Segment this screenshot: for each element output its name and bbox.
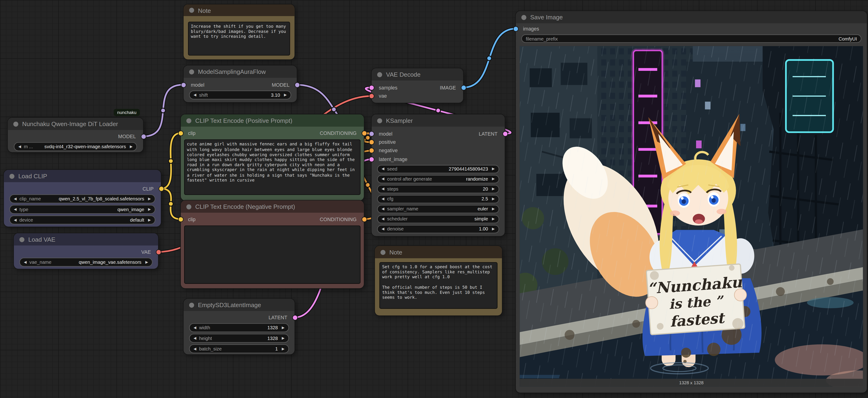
input-slot-negative[interactable] [369,148,374,153]
increment-arrow-icon[interactable]: ▶ [148,197,151,201]
decrement-arrow-icon[interactable]: ◀ [194,93,196,97]
increment-arrow-icon[interactable]: ▶ [492,217,495,221]
output-slot-image[interactable] [461,85,466,90]
widget-seed[interactable]: ◀ seed 279044145809423 ▶ [377,165,499,173]
note-textarea[interactable]: Increase the shift if you get too many b… [188,22,290,55]
note-top-header[interactable]: Note [184,4,294,16]
decrement-arrow-icon[interactable]: ◀ [382,197,384,201]
decrement-arrow-icon[interactable]: ◀ [194,337,196,340]
node-load-clip[interactable]: Load CLIP CLIP ◀ clip_name qwen_2.5_vl_7… [4,170,161,227]
output-slot-latent[interactable] [292,315,298,320]
node-nunchaku-qwen-image-dit-loader[interactable]: nunchaku Nunchaku Qwen-Image DiT Loader … [8,118,143,152]
widget-filename-prefix[interactable]: filename_prefix ComfyUI [521,34,861,43]
decrement-arrow-icon[interactable]: ◀ [382,207,384,211]
widget-type[interactable]: ◀ type qwen_image ▶ [9,205,155,214]
collapse-dot[interactable] [189,8,194,12]
nunchaku-loader-header[interactable]: Nunchaku Qwen-Image DiT Loader [8,118,143,130]
collapse-dot[interactable] [13,121,18,126]
decrement-arrow-icon[interactable]: ◀ [24,260,27,264]
increment-arrow-icon[interactable]: ▶ [492,197,495,201]
input-slot-positive[interactable] [369,139,374,145]
increment-arrow-icon[interactable]: ▶ [282,347,285,351]
node-clip-text-encode-positive[interactable]: CLIP Text Encode (Positive Prompt) clip … [181,114,364,200]
increment-arrow-icon[interactable]: ▶ [148,208,151,211]
widget-clip-name[interactable]: ◀ clip_name qwen_2.5_vl_7b_fp8_scaled.sa… [9,195,155,203]
vae-decode-header[interactable]: VAE Decode [372,68,463,80]
output-slot-model[interactable] [294,82,300,88]
widget-steps[interactable]: ◀ steps 20 ▶ [377,185,499,193]
increment-arrow-icon[interactable]: ▶ [145,260,148,264]
collapse-dot[interactable] [380,250,385,254]
collapse-dot[interactable] [377,118,382,123]
node-load-vae[interactable]: Load VAE VAE ◀ vae_name qwen_image_vae.s… [14,233,158,269]
decrement-arrow-icon[interactable]: ◀ [14,197,17,201]
empty-latent-header[interactable]: EmptySD3LatentImage [184,299,294,311]
input-slot-model[interactable] [181,82,186,88]
node-model-sampling-auraflow[interactable]: ModelSamplingAuraFlow model MODEL ◀ shif… [184,65,297,102]
node-note-bottom[interactable]: Note Set cfg to 1.0 for a speed boost at… [375,246,502,315]
load-clip-header[interactable]: Load CLIP [4,170,161,182]
negative-prompt-header[interactable]: CLIP Text Encode (Negative Prompt) [181,200,364,212]
note-bottom-header[interactable]: Note [375,246,502,258]
decrement-arrow-icon[interactable]: ◀ [194,347,196,351]
decrement-arrow-icon[interactable]: ◀ [14,208,17,211]
increment-arrow-icon[interactable]: ▶ [492,207,495,211]
save-image-header[interactable]: Save Image [516,11,867,23]
output-slot-clip[interactable] [158,186,164,192]
output-slot-vae[interactable] [156,249,161,255]
output-slot-latent[interactable] [502,131,508,137]
widget-denoise[interactable]: ◀ denoise 1.00 ▶ [377,225,499,233]
increment-arrow-icon[interactable]: ▶ [492,177,495,181]
increment-arrow-icon[interactable]: ▶ [282,337,285,340]
input-slot-clip[interactable] [178,217,183,222]
model-sampling-header[interactable]: ModelSamplingAuraFlow [184,65,297,78]
input-slot-images[interactable] [513,26,518,31]
node-empty-sd3-latent-image[interactable]: EmptySD3LatentImage LATENT ◀ width 1328 … [184,299,294,354]
node-vae-decode[interactable]: VAE Decode samples IMAGE vae [372,68,463,103]
decrement-arrow-icon[interactable]: ◀ [382,217,384,221]
increment-arrow-icon[interactable]: ▶ [282,326,285,330]
widget-width[interactable]: ◀ width 1328 ▶ [189,323,289,332]
increment-arrow-icon[interactable]: ▶ [492,167,495,171]
negative-prompt-textarea[interactable] [184,226,361,284]
widget-shift[interactable]: ◀ shift 3.10 ▶ [189,91,291,100]
widget-scheduler[interactable]: ◀ scheduler simple ▶ [377,215,499,224]
node-graph-canvas[interactable]: Note Increase the shift if you get too m… [0,0,868,398]
positive-prompt-textarea[interactable]: cute anime girl with massive fennec ears… [184,140,361,195]
decrement-arrow-icon[interactable]: ◀ [194,326,196,330]
collapse-dot[interactable] [9,174,14,178]
decrement-arrow-icon[interactable]: ◀ [14,218,17,222]
increment-arrow-icon[interactable]: ▶ [492,187,495,191]
widget-model-path[interactable]: ◀ m ... svdq-int4_r32-qwen-image.safeten… [14,142,137,151]
widget-device[interactable]: ◀ device default ▶ [9,216,155,224]
input-slot-latent-image[interactable] [369,157,374,162]
decrement-arrow-icon[interactable]: ◀ [19,145,21,148]
increment-arrow-icon[interactable]: ▶ [284,93,287,97]
node-ksampler[interactable]: KSampler model LATENT positive negative … [372,114,505,236]
collapse-dot[interactable] [189,69,194,74]
input-slot-vae[interactable] [369,93,374,99]
collapse-dot[interactable] [19,237,24,242]
node-clip-text-encode-negative[interactable]: CLIP Text Encode (Negative Prompt) clip … [181,200,364,288]
widget-batch-size[interactable]: ◀ batch_size 1 ▶ [189,344,289,353]
node-save-image[interactable]: Save Image images filename_prefix ComfyU… [516,11,867,393]
output-slot-conditioning[interactable] [362,130,367,136]
collapse-dot[interactable] [186,118,191,123]
widget-sampler-name[interactable]: ◀ sampler_name euler ▶ [377,205,499,214]
node-note-top[interactable]: Note Increase the shift if you get too m… [184,4,294,59]
widget-cfg[interactable]: ◀ cfg 2.5 ▶ [377,195,499,203]
collapse-dot[interactable] [189,303,194,307]
output-slot-conditioning[interactable] [362,217,367,222]
decrement-arrow-icon[interactable]: ◀ [382,187,384,191]
input-slot-clip[interactable] [178,130,183,136]
note-textarea[interactable]: Set cfg to 1.0 for a speed boost at the … [379,262,498,309]
decrement-arrow-icon[interactable]: ◀ [382,167,384,171]
widget-control-after-generate[interactable]: ◀ control after generate randomize ▶ [377,175,499,183]
input-slot-model[interactable] [369,131,374,137]
load-vae-header[interactable]: Load VAE [14,233,158,245]
increment-arrow-icon[interactable]: ▶ [148,218,151,222]
collapse-dot[interactable] [521,15,526,20]
ksampler-header[interactable]: KSampler [372,114,505,126]
output-slot-model[interactable] [141,134,146,139]
increment-arrow-icon[interactable]: ▶ [130,145,133,148]
